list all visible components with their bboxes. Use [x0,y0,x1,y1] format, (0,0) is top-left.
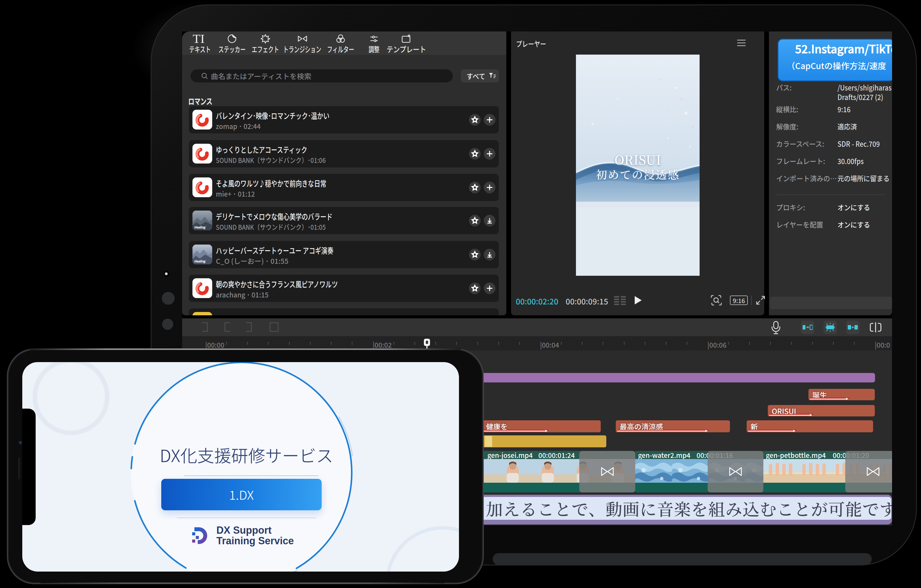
svg-text:Healing: Healing [194,259,206,263]
svg-text:Healing: Healing [194,225,206,229]
